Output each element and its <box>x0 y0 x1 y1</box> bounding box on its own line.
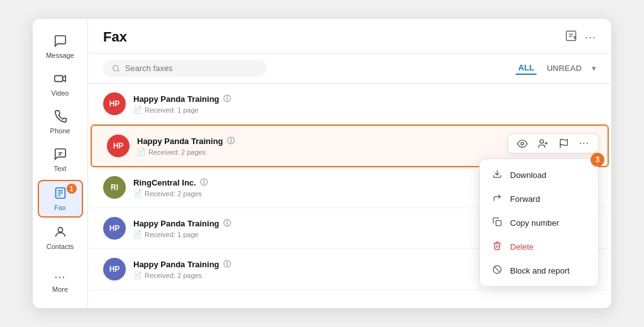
search-bar[interactable] <box>103 60 267 77</box>
sidebar-item-contacts[interactable]: Contacts <box>38 220 83 255</box>
text-icon <box>53 147 67 163</box>
page-title: Fax <box>103 29 127 45</box>
fax-icon <box>53 186 67 202</box>
header-actions: ··· <box>565 30 596 45</box>
forward-icon <box>491 193 502 204</box>
avatar-2: HP <box>107 135 130 157</box>
fax-pages-5: Received: 2 pages <box>145 272 202 279</box>
svg-point-13 <box>113 65 119 71</box>
filter-all[interactable]: ALL <box>516 62 536 75</box>
info-icon-5: ⓘ <box>223 259 231 270</box>
fax-pages-4: Received: 1 page <box>145 231 199 238</box>
menu-item-copy-number[interactable]: Copy number <box>480 211 598 235</box>
sidebar-item-label-video: Video <box>52 89 69 97</box>
info-icon-4: ⓘ <box>223 218 231 229</box>
avatar-1: HP <box>103 92 126 115</box>
sidebar-item-text[interactable]: Text <box>38 142 83 177</box>
fax-sender-2: Happy Panda Training <box>137 136 223 146</box>
avatar-5: HP <box>103 258 126 280</box>
sidebar-item-label-fax: Fax <box>54 204 65 211</box>
svg-point-15 <box>521 142 523 145</box>
fax-doc-icon-2: 📄 <box>137 148 146 156</box>
flag-action-icon[interactable] <box>558 138 569 149</box>
sidebar-item-label-contacts: Contacts <box>47 243 74 250</box>
svg-line-14 <box>118 70 119 71</box>
fax-sender-4: Happy Panda Training <box>133 219 219 228</box>
fax-doc-icon-5: 📄 <box>133 271 142 279</box>
sidebar-item-label-text: Text <box>53 165 66 172</box>
sidebar-item-video[interactable]: Video <box>38 67 83 102</box>
svg-point-7 <box>58 228 62 232</box>
fax-doc-icon-4: 📄 <box>133 230 142 238</box>
menu-item-block-report[interactable]: Block and report <box>480 258 598 282</box>
contacts-icon <box>53 225 67 241</box>
fax-sender-1: Happy Panda Training <box>133 94 219 104</box>
avatar-3: RI <box>103 176 126 199</box>
fax-pages-3: Received: 2 pages <box>145 190 202 197</box>
sidebar-item-fax[interactable]: 1 Fax <box>38 180 83 218</box>
fax-sub-1: 📄 Received: 1 page <box>133 106 596 114</box>
sidebar: Message Video Phone <box>33 19 88 308</box>
message-icon <box>53 34 67 50</box>
search-icon <box>112 64 120 73</box>
search-input[interactable] <box>125 64 258 73</box>
download-icon <box>491 169 502 180</box>
sidebar-more-label: More <box>52 285 68 293</box>
view-action-icon[interactable] <box>517 138 528 149</box>
svg-point-16 <box>540 140 543 143</box>
fax-doc-icon-1: 📄 <box>133 106 142 114</box>
menu-label-block: Block and report <box>510 266 570 275</box>
menu-label-delete: Delete <box>510 242 534 252</box>
filter-unread[interactable]: UNREAD <box>544 62 584 74</box>
header: Fax ··· <box>88 19 611 53</box>
filter-dropdown[interactable]: ▾ <box>592 64 596 73</box>
action-bar-more-icon[interactable]: ··· <box>579 138 589 149</box>
fax-sender-5: Happy Panda Training <box>133 260 219 269</box>
sidebar-item-message[interactable]: Message <box>38 29 83 64</box>
fax-pages-2: Received: 2 pages <box>148 148 206 156</box>
fax-sender-3: RingCentral Inc. <box>133 178 196 187</box>
toolbar: ALL UNREAD ▾ <box>88 53 611 84</box>
fax-list: HP Happy Panda Training ⓘ 📄 Received: 1 … <box>88 84 611 308</box>
menu-item-download[interactable]: Download <box>480 163 598 187</box>
fax-pages-1: Received: 1 page <box>145 106 199 114</box>
info-icon-2: ⓘ <box>227 136 235 147</box>
block-icon <box>491 265 502 276</box>
info-icon-3: ⓘ <box>200 177 208 188</box>
svg-rect-0 <box>54 75 62 81</box>
context-menu: 3 Download <box>479 158 599 287</box>
fax-item-wrapper-2: HP Happy Panda Training ⓘ 📄 Received: 2 … <box>88 125 611 167</box>
sidebar-item-phone[interactable]: Phone <box>38 104 83 140</box>
delete-icon <box>491 241 502 252</box>
fax-info-1: Happy Panda Training ⓘ 📄 Received: 1 pag… <box>133 94 596 114</box>
main-content: Fax ··· <box>88 19 611 308</box>
svg-line-23 <box>494 267 500 272</box>
video-icon <box>53 72 67 87</box>
corner-badge: 3 <box>591 153 604 167</box>
compose-icon[interactable] <box>565 30 577 45</box>
fax-name-row-1: Happy Panda Training ⓘ <box>133 94 596 104</box>
menu-label-forward: Forward <box>510 194 540 204</box>
menu-item-forward[interactable]: Forward <box>480 187 598 211</box>
filter-tabs: ALL UNREAD ▾ <box>516 62 596 75</box>
phone-icon <box>53 109 67 125</box>
sidebar-item-label-phone: Phone <box>50 127 70 135</box>
action-bar: ··· <box>508 133 599 153</box>
menu-item-delete[interactable]: Delete <box>480 235 598 258</box>
avatar-4: HP <box>103 217 126 240</box>
menu-label-download: Download <box>510 170 547 180</box>
menu-label-copy: Copy number <box>510 218 559 228</box>
fax-doc-icon-3: 📄 <box>133 189 142 197</box>
app-container: Message Video Phone <box>33 19 611 308</box>
copy-icon <box>491 217 502 228</box>
info-icon-1: ⓘ <box>223 94 231 104</box>
fax-item-1[interactable]: HP Happy Panda Training ⓘ 📄 Received: 1 … <box>88 84 611 125</box>
header-more-icon[interactable]: ··· <box>585 31 596 44</box>
fax-badge: 1 <box>67 184 77 194</box>
dropdown-arrow-icon: ▾ <box>592 64 596 73</box>
svg-rect-21 <box>496 221 501 226</box>
more-dots-icon: ··· <box>54 270 65 284</box>
sidebar-item-label-message: Message <box>46 52 74 59</box>
add-user-action-icon[interactable] <box>538 138 548 149</box>
sidebar-item-more[interactable]: ··· More <box>47 265 73 298</box>
